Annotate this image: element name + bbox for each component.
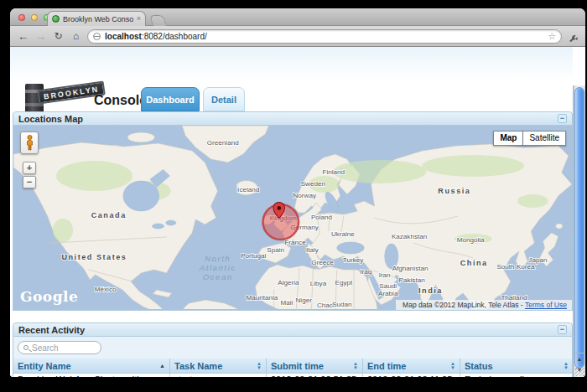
map-label: Iran	[379, 271, 391, 279]
column-header-label: End time	[367, 361, 450, 371]
column-header[interactable]: Task Name▲▼	[170, 358, 267, 374]
street-view-pegman-button[interactable]	[20, 132, 39, 154]
map-label: Norway	[293, 192, 315, 199]
map-label: Finland	[322, 168, 345, 176]
map-label: Russia	[438, 187, 470, 195]
recent-activity-header[interactable]: Recent Activity −	[13, 322, 573, 337]
map-type-controls: Map Satellite	[493, 131, 566, 146]
page-globe-icon	[93, 33, 101, 40]
collapse-map-icon[interactable]: −	[558, 114, 567, 123]
map-label: Iraq	[360, 268, 371, 276]
scrollbar-thumb[interactable]	[574, 87, 584, 369]
column-header-label: Submit time	[271, 361, 353, 371]
map-label: Italy	[306, 246, 319, 254]
back-icon[interactable]: ←	[17, 31, 29, 42]
browser-window: Brooklyn Web Console – Da × ← → ↻ ⌂ loca…	[10, 8, 585, 377]
tab-dashboard[interactable]: Dashboard	[141, 87, 200, 111]
url-host: localhost	[105, 32, 142, 41]
tab-detail[interactable]: Detail	[203, 87, 245, 111]
google-logo[interactable]: Google	[20, 288, 78, 305]
map-label: France	[284, 239, 306, 246]
tab-close-icon[interactable]: ×	[137, 15, 141, 23]
traffic-lights	[18, 14, 50, 21]
map-label: Canada	[91, 211, 127, 219]
map-label: China	[460, 259, 488, 267]
map-label: México	[95, 286, 117, 293]
map-label: Greenland	[207, 139, 239, 147]
collapse-activity-icon[interactable]: −	[558, 325, 567, 334]
world-map[interactable]: GreenlandIcelandCanadaUnited StatesMéxic…	[13, 126, 573, 311]
map-view-button[interactable]: Map	[493, 131, 523, 146]
map-label: Poland	[311, 214, 332, 221]
map-label: India	[418, 286, 443, 295]
url-text[interactable]: localhost:8082/dashboard/	[105, 32, 543, 41]
satellite-view-button[interactable]: Satellite	[523, 131, 566, 146]
bookmark-star-icon[interactable]: ☆	[548, 32, 556, 41]
url-path: :8082/dashboard/	[142, 32, 207, 41]
activity-search-input[interactable]: Search	[18, 341, 101, 354]
map-label: Sudan	[332, 301, 351, 308]
zoom-in-button[interactable]: +	[23, 162, 36, 174]
app-title: Console	[94, 93, 147, 108]
reload-icon[interactable]: ↻	[52, 31, 65, 42]
recent-activity-body: Search Entity Name▲Task Name▲▼Submit tim…	[13, 337, 573, 377]
sort-icon[interactable]: ▲▼	[257, 362, 262, 370]
attribution-text: Map data ©2012 MapLink, Tele Atlas -	[403, 301, 525, 309]
map-label: Kazakhstan	[392, 233, 427, 240]
new-tab-button[interactable]	[149, 15, 167, 26]
column-header[interactable]: Status▲▼	[460, 358, 573, 374]
map-label: Portugal	[241, 252, 266, 260]
table-row[interactable]: Brooklyn WebApp Cluster with Database ex…	[13, 374, 573, 377]
map-label: Japan	[528, 256, 547, 264]
dashboard-page: BROOKLYN Console Dashboard Detail Locati…	[10, 47, 573, 377]
screenshot-stage: Brooklyn Web Console – Da × ← → ↻ ⌂ loca…	[0, 0, 587, 392]
search-icon	[23, 345, 29, 350]
forward-icon[interactable]: →	[34, 31, 47, 42]
sort-icon[interactable]: ▲▼	[353, 362, 358, 370]
column-header-label: Entity Name	[18, 361, 159, 371]
column-header[interactable]: Entity Name▲	[13, 358, 170, 374]
close-window-button[interactable]	[18, 14, 25, 21]
map-label: Sweden	[301, 180, 325, 188]
map-label: Chad	[317, 302, 333, 309]
window-titlebar[interactable]: Brooklyn Web Console – Da ×	[10, 8, 585, 26]
favicon-icon	[52, 15, 60, 23]
sort-asc-icon[interactable]: ▲	[159, 364, 165, 368]
zoom-out-button[interactable]: −	[23, 176, 36, 188]
column-header[interactable]: Submit time▲▼	[267, 358, 363, 374]
search-placeholder: Search	[32, 343, 59, 353]
activity-table: Entity Name▲Task Name▲▼Submit time▲▼End …	[13, 358, 573, 377]
resize-grip[interactable]	[575, 367, 584, 376]
column-header-label: Status	[465, 361, 564, 371]
tab-title: Brooklyn Web Console – Da	[63, 15, 133, 23]
home-icon[interactable]: ⌂	[70, 31, 82, 42]
wrench-menu-icon[interactable]	[567, 30, 579, 42]
page-content: BROOKLYN Console Dashboard Detail Locati…	[10, 47, 585, 377]
address-bar[interactable]: localhost:8082/dashboard/ ☆	[87, 29, 562, 44]
column-header[interactable]: End time▲▼	[363, 358, 460, 374]
table-cell: Ended normally	[460, 374, 573, 377]
terms-of-use-link[interactable]: Terms of Use	[525, 301, 567, 309]
locations-map-header[interactable]: Locations Map −	[13, 111, 573, 126]
locations-map-title: Locations Map	[18, 114, 83, 124]
table-cell: start	[170, 374, 267, 377]
scroll-up-arrow-icon[interactable]: ▲	[574, 353, 585, 364]
map-label: SaudiArabia	[378, 282, 398, 297]
recent-activity-title: Recent Activity	[18, 325, 85, 335]
minimize-window-button[interactable]	[31, 14, 38, 21]
map-label: Egypt	[335, 279, 354, 286]
map-label: Greece	[311, 259, 334, 266]
browser-tab[interactable]: Brooklyn Web Console – Da ×	[47, 11, 146, 26]
map-label: Mauritania	[247, 294, 278, 302]
sort-icon[interactable]: ▲▼	[564, 362, 569, 370]
page-scrollbar[interactable]: ▲ ▼	[573, 85, 585, 377]
map-label: Libya	[310, 280, 327, 287]
table-cell: Brooklyn WebApp Cluster with Database ex…	[13, 374, 170, 377]
map-canvas: GreenlandIcelandCanadaUnited StatesMéxic…	[13, 126, 572, 309]
browser-toolbar: ← → ↻ ⌂ localhost:8082/dashboard/ ☆	[10, 26, 585, 47]
map-label: Niger	[296, 297, 313, 304]
table-cell: 2012-03-31 02:51:35	[267, 374, 363, 377]
sort-icon[interactable]: ▲▼	[450, 362, 455, 370]
map-label: Ukraine	[331, 230, 355, 238]
pegman-icon	[25, 135, 34, 151]
